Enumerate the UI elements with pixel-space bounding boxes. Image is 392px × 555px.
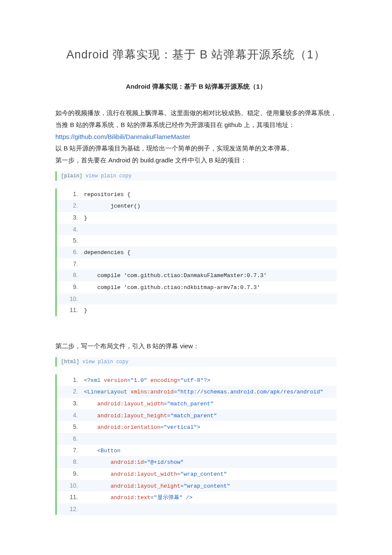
code-content: compile 'com.github.ctiao:ndkbitmap-armv…: [84, 283, 337, 293]
code-line: [57, 235, 337, 246]
code-content: jcenter(): [84, 201, 337, 212]
intro-paragraph-3: 第一步，首先要在 Android 的 build.gradle 文件中引入 B …: [55, 154, 337, 166]
code-line: [57, 503, 337, 515]
code-block1-meta: [plain] view plain copy: [55, 171, 337, 181]
code-line: [57, 293, 337, 305]
code-line: }: [57, 212, 337, 224]
code-line: android:layout_height="match_parent": [57, 410, 337, 422]
code-line: android:id="@+id/show": [57, 456, 337, 468]
code-content: android:layout_width="wrap_content": [84, 469, 337, 480]
copy-link[interactable]: copy: [119, 173, 132, 179]
code-content: android:text="显示弹幕" />: [84, 493, 337, 503]
code-block2-list: <?xml version="1.0" encoding="utf-8"?><L…: [57, 374, 337, 515]
code-content: android:id="@+id/show": [84, 457, 337, 468]
intro-paragraph-2: 以 B 站开源的弹幕项目为基础，现给出一个简单的例子，实现发送简单的文本弹幕。: [55, 142, 337, 154]
code-line: [57, 224, 337, 235]
code-line: compile 'com.github.ctiao:DanmakuFlameMa…: [57, 269, 337, 281]
code-line: [57, 258, 337, 270]
code-content: compile 'com.github.ctiao:DanmakuFlameMa…: [84, 271, 337, 281]
code-content: <?xml version="1.0" encoding="utf-8"?>: [84, 376, 337, 386]
code-content: dependencies {: [84, 248, 337, 258]
code-content: }: [84, 306, 337, 316]
github-link[interactable]: https://github.com/Bilibili/DanmakuFlame…: [55, 133, 190, 140]
code-line: dependencies {: [57, 246, 337, 258]
code-content: android:layout_width="match_parent": [84, 399, 337, 410]
code-lang-label: [plain]: [61, 173, 82, 179]
code-line: android:layout_width="match_parent": [57, 398, 337, 410]
code-line: jcenter(): [57, 200, 337, 212]
code-line: android:layout_width="wrap_content": [57, 468, 337, 480]
view-plain-link[interactable]: view plain: [86, 173, 116, 179]
code-content: android:layout_height="match_parent": [84, 411, 337, 422]
code-line: }: [57, 304, 337, 316]
code-block2-meta: [html] view plain copy: [55, 357, 337, 367]
code-line: android:text="显示弹幕" />: [57, 491, 337, 503]
code-line: <Button: [57, 445, 337, 457]
code-block1-list: repositories { jcenter() } dependencies …: [57, 188, 337, 316]
code-content: <LinearLayout xmlns:android="http://sche…: [84, 387, 337, 398]
code-content: android:layout_height="wrap_content": [84, 481, 337, 492]
view-plain-link[interactable]: view plain: [82, 359, 113, 365]
code-line: compile 'com.github.ctiao:ndkbitmap-armv…: [57, 281, 337, 293]
code-content: repositories {: [84, 190, 337, 200]
code-line: <?xml version="1.0" encoding="utf-8"?>: [57, 374, 337, 386]
code-content: <Button: [84, 446, 337, 457]
step2-text: 第二步，写一个布局文件，引入 B 站的弹幕 view：: [55, 340, 337, 352]
code-block1: repositories { jcenter() } dependencies …: [55, 188, 337, 316]
page-title: Android 弹幕实现：基于 B 站弹幕开源系统（1）: [55, 47, 337, 62]
code-line: <LinearLayout xmlns:android="http://sche…: [57, 386, 337, 398]
code-block2: <?xml version="1.0" encoding="utf-8"?><L…: [55, 374, 337, 515]
copy-link[interactable]: copy: [116, 359, 129, 365]
intro-text-1: 如今的视频播放，流行在视频上飘弹幕。这里面做的相对比较成熟、稳定、使用量较多的弹…: [55, 109, 337, 128]
code-line: [57, 433, 337, 445]
code-lang-label: [html]: [61, 359, 79, 365]
code-content: }: [84, 213, 337, 224]
code-content: android:orientation="vertical">: [84, 422, 337, 433]
code-line: android:orientation="vertical">: [57, 421, 337, 433]
page-subtitle: Android 弹幕实现：基于 B 站弹幕开源系统（1）: [55, 83, 337, 91]
code-line: android:layout_height="wrap_content": [57, 480, 337, 492]
code-line: repositories {: [57, 188, 337, 200]
intro-paragraph-1: 如今的视频播放，流行在视频上飘弹幕。这里面做的相对比较成熟、稳定、使用量较多的弹…: [55, 107, 337, 142]
